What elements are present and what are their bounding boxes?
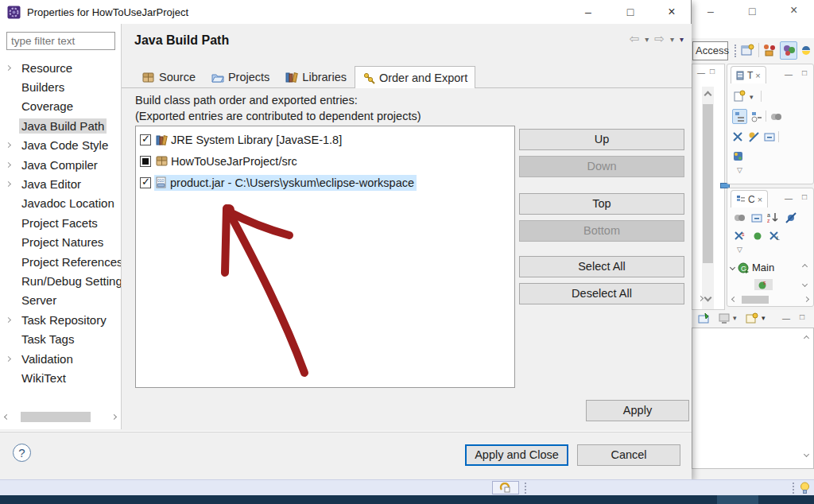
list-item-jre-system-library[interactable]: ✓ JRE System Library [JavaSE-1.8] (136, 129, 514, 150)
expander-icon[interactable] (6, 181, 11, 187)
scroll-right-icon[interactable] (111, 414, 117, 420)
pydev-perspective-icon[interactable] (800, 44, 813, 57)
checkbox-checked-icon[interactable]: ✓ (140, 177, 151, 188)
up-button[interactable]: Up (519, 129, 684, 150)
bg-close-button[interactable]: × (790, 3, 797, 17)
expander-icon[interactable] (6, 317, 11, 323)
open-console-icon[interactable] (746, 312, 758, 324)
apply-and-close-button[interactable]: Apply and Close (465, 444, 568, 466)
scroll-down-icon[interactable] (704, 294, 712, 302)
expander-icon[interactable] (6, 356, 11, 362)
sidebar-item-java-build-path[interactable]: Java Build Path (0, 116, 121, 135)
new-task-icon[interactable] (734, 90, 746, 102)
bg-minimize-button[interactable]: – (707, 5, 714, 17)
forward-arrow-icon[interactable]: ⇨ (654, 32, 665, 46)
sidebar-item-java-editor[interactable]: Java Editor (0, 174, 121, 193)
filter-input[interactable] (6, 32, 115, 50)
sidebar-item-java-code-style[interactable]: Java Code Style (0, 136, 121, 155)
expander-icon[interactable] (6, 142, 11, 148)
panel-expand-arrow-icon[interactable]: ▽ (737, 166, 742, 174)
outline-item-main[interactable]: G Main (731, 262, 774, 273)
dropdown-arrow-icon[interactable]: ▾ (762, 314, 766, 322)
scroll-down-icon[interactable] (802, 281, 808, 287)
focus-icon[interactable] (734, 212, 746, 223)
help-button[interactable]: ? (13, 444, 31, 462)
display-selected-console-icon[interactable] (719, 313, 731, 324)
list-item-product-jar[interactable]: ✓ 010 product.jar - C:\Users\yskum\eclip… (136, 172, 514, 193)
sidebar-item-project-facets[interactable]: Project Facets (0, 213, 121, 232)
view-maximize-icon[interactable]: □ (802, 193, 807, 201)
tab-libraries[interactable]: Libraries (277, 67, 355, 87)
back-arrow-icon[interactable]: ⇦ (630, 32, 640, 46)
open-perspective-icon[interactable] (741, 44, 754, 57)
panel-expand-arrow-icon[interactable]: ▽ (737, 246, 742, 254)
sidebar-item-builders[interactable]: Builders (0, 77, 121, 96)
checkbox-partial-icon[interactable] (140, 156, 151, 167)
taskbar-item[interactable] (717, 495, 758, 504)
scrollbar-thumb[interactable] (703, 104, 713, 263)
bottom-button[interactable]: Bottom (519, 220, 684, 242)
hide-static-icon[interactable]: s (734, 230, 746, 242)
outline-tab[interactable]: C × (731, 190, 768, 207)
view-minimize-icon[interactable]: — (782, 315, 790, 323)
dialog-titlebar[interactable]: Properties for HowToUseJarProject – □ × (0, 0, 691, 24)
forward-history-dropdown-icon[interactable]: ▾ (670, 35, 674, 44)
classpath-order-list[interactable]: ✓ JRE System Library [JavaSE-1.8] HowToU… (135, 126, 515, 388)
sidebar-item-server[interactable]: Server (0, 291, 121, 310)
select-all-button[interactable]: Select All (519, 256, 684, 277)
deselect-all-button[interactable]: Deselect All (519, 283, 684, 304)
scroll-down-icon[interactable] (804, 452, 809, 457)
java-perspective-button[interactable] (780, 41, 797, 60)
sidebar-item-javadoc-location[interactable]: Javadoc Location (0, 194, 121, 213)
maximize-button[interactable]: □ (613, 0, 648, 24)
collapse-all-icon[interactable] (751, 213, 763, 223)
sidebar-item-validation[interactable]: Validation (0, 349, 121, 368)
sidebar-hscrollbar[interactable] (2, 411, 119, 423)
quick-access-box[interactable]: Access (692, 41, 728, 60)
tab-source[interactable]: Source (134, 67, 204, 87)
view-maximize-icon[interactable]: □ (710, 68, 715, 76)
apply-button[interactable]: Apply (586, 400, 689, 421)
sidebar-item-task-repository[interactable]: Task Repository (0, 310, 121, 329)
scroll-up-icon[interactable] (802, 264, 808, 269)
sidebar-item-project-references[interactable]: Project References (0, 252, 121, 271)
scroll-up-icon[interactable] (804, 335, 809, 341)
sidebar-item-project-natures[interactable]: Project Natures (0, 233, 121, 252)
view-menu-icon[interactable]: ▾ (680, 35, 684, 44)
outline-item-method[interactable]: s (754, 279, 773, 290)
bg-editor-scrollbar[interactable] (702, 87, 714, 309)
tab-projects[interactable]: Projects (204, 67, 277, 87)
hide-local-types-icon[interactable]: L (769, 230, 781, 242)
view-maximize-icon[interactable]: □ (800, 313, 804, 321)
tab-close-icon[interactable]: × (755, 71, 760, 80)
close-button[interactable]: × (654, 0, 689, 24)
sidebar-item-run-debug-settings[interactable]: Run/Debug Settings (0, 271, 121, 290)
back-history-dropdown-icon[interactable]: ▾ (645, 35, 649, 44)
scroll-left-icon[interactable] (731, 297, 737, 302)
group-by-icon[interactable] (748, 131, 760, 142)
task-list-tab[interactable]: T × (731, 66, 766, 83)
list-item-project-src[interactable]: HowToUseJarProject/src (136, 150, 514, 172)
top-button[interactable]: Top (519, 193, 684, 215)
javaee-perspective-icon[interactable] (763, 44, 777, 57)
tab-order-and-export[interactable]: Order and Export (355, 66, 475, 88)
focus-working-set-icon[interactable] (770, 111, 782, 122)
sidebar-item-java-compiler[interactable]: Java Compiler (0, 155, 121, 174)
pin-console-icon[interactable] (698, 312, 711, 324)
sidebar-item-resource[interactable]: Resource (0, 58, 121, 77)
outline-hscrollbar[interactable] (731, 295, 810, 304)
dropdown-arrow-icon[interactable]: ▾ (750, 93, 754, 101)
minimize-button[interactable]: – (571, 0, 606, 24)
sidebar-item-task-tags[interactable]: Task Tags (0, 329, 121, 348)
expander-icon[interactable] (6, 162, 11, 168)
scroll-right-icon[interactable] (804, 297, 809, 302)
scroll-up-icon[interactable] (704, 91, 712, 99)
hide-non-public-icon[interactable] (753, 231, 763, 242)
scroll-left-icon[interactable] (4, 414, 10, 420)
scrollbar-thumb[interactable] (742, 296, 769, 304)
view-minimize-icon[interactable]: — (697, 69, 705, 77)
connectors-icon[interactable] (732, 150, 744, 162)
down-button[interactable]: Down (519, 156, 684, 177)
collapse-all-icon[interactable] (764, 132, 776, 142)
hide-completed-icon[interactable] (732, 131, 743, 142)
